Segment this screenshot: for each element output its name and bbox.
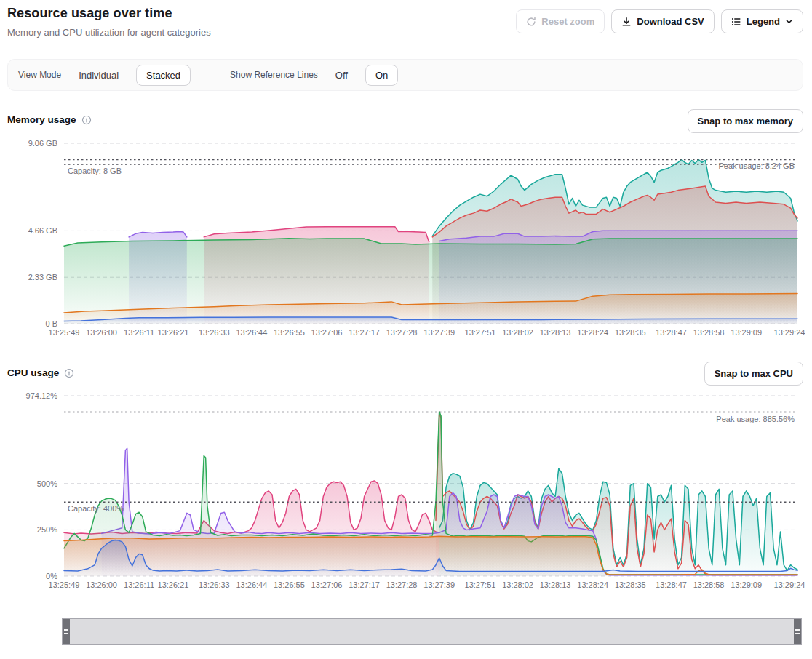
cpu-usage-chart[interactable]: 974.12%500%250%0%13:25:4913:26:0013:26:1… — [0, 389, 812, 594]
x-axis-tick-label: 13:28:58 — [693, 580, 725, 589]
brush-handle-right[interactable] — [794, 619, 801, 644]
download-csv-button[interactable]: Download CSV — [611, 9, 714, 33]
reference-lines-off[interactable]: Off — [328, 65, 355, 85]
x-axis-tick-label: 13:26:21 — [158, 328, 189, 337]
x-axis-tick-label: 13:29:09 — [731, 328, 762, 337]
time-range-brush[interactable] — [62, 618, 802, 645]
x-axis-tick-label: 13:28:47 — [656, 580, 687, 589]
reference-lines-on[interactable]: On — [365, 65, 398, 86]
x-axis-tick-label: 13:26:33 — [199, 328, 230, 337]
x-axis-tick-label: 13:28:24 — [577, 328, 608, 337]
y-axis-tick-label: 500% — [37, 479, 57, 488]
x-axis-tick-label: 13:27:28 — [386, 580, 418, 589]
x-axis-tick-label: 13:26:44 — [236, 328, 267, 337]
view-mode-stacked[interactable]: Stacked — [136, 65, 191, 86]
view-options-toolbar: View Mode Individual Stacked Show Refere… — [7, 59, 803, 91]
x-axis-tick-label: 13:29:09 — [731, 580, 762, 589]
y-axis-tick-label: 9.06 GB — [28, 139, 57, 148]
view-mode-label: View Mode — [18, 70, 61, 80]
chevron-down-icon — [785, 17, 793, 25]
page-subtitle: Memory and CPU utilization for agent cat… — [7, 27, 211, 38]
x-axis-tick-label: 13:26:55 — [274, 328, 305, 337]
memory-section-title: Memory usage — [7, 114, 76, 125]
x-axis-tick-label: 13:28:02 — [502, 328, 533, 337]
brush-grip — [64, 629, 68, 631]
memory-usage-chart[interactable]: 9.06 GB4.66 GB2.33 GB0 B13:25:4913:26:00… — [0, 137, 812, 342]
reference-line-label: Capacity: 8 GB — [68, 167, 122, 175]
x-axis-tick-label: 13:28:35 — [615, 328, 646, 337]
y-axis-tick-label: 250% — [37, 525, 57, 534]
info-icon[interactable] — [64, 368, 74, 378]
list-icon — [731, 17, 741, 27]
y-axis-tick-label: 0 B — [45, 319, 57, 328]
x-axis-tick-label: 13:28:58 — [693, 328, 725, 337]
x-axis-tick-label: 13:26:11 — [124, 328, 154, 337]
x-axis-tick-label: 13:29:24 — [774, 580, 805, 589]
x-axis-tick-label: 13:25:49 — [49, 328, 80, 337]
x-axis-tick-label: 13:26:00 — [86, 328, 117, 337]
snap-to-max-memory-button[interactable]: Snap to max memory — [688, 109, 804, 133]
x-axis-tick-label: 13:27:39 — [423, 328, 455, 337]
cpu-section-header: CPU usage — [7, 367, 74, 378]
x-axis-tick-label: 13:28:47 — [656, 328, 687, 337]
header-actions: Reset zoom Download CSV Legend — [516, 9, 803, 33]
memory-section-header: Memory usage — [7, 114, 92, 125]
x-axis-tick-label: 13:29:24 — [774, 328, 805, 337]
x-axis-tick-label: 13:26:44 — [236, 580, 267, 589]
x-axis-tick-label: 13:26:11 — [124, 580, 154, 589]
x-axis-tick-label: 13:26:21 — [158, 580, 189, 589]
x-axis-tick-label: 13:28:35 — [615, 580, 646, 589]
show-reference-lines-label: Show Reference Lines — [230, 70, 318, 80]
view-mode-individual[interactable]: Individual — [71, 65, 126, 85]
x-axis-tick-label: 13:27:39 — [423, 580, 455, 589]
page-title: Resource usage over time — [7, 6, 172, 21]
y-axis-tick-label: 974.12% — [26, 391, 58, 400]
brush-track[interactable] — [70, 619, 794, 644]
y-axis-tick-label: 2.33 GB — [28, 273, 57, 281]
x-axis-tick-label: 13:27:06 — [311, 580, 343, 589]
x-axis-tick-label: 13:27:17 — [349, 328, 380, 337]
reference-line-label: Peak usage: 8.24 GB — [718, 161, 795, 170]
x-axis-tick-label: 13:26:33 — [199, 580, 230, 589]
brush-grip — [795, 633, 800, 634]
x-axis-tick-label: 13:27:51 — [465, 328, 496, 337]
y-axis-tick-label: 0% — [46, 572, 57, 580]
x-axis-tick-label: 13:27:51 — [465, 580, 496, 589]
x-axis-tick-label: 13:27:06 — [311, 328, 343, 337]
info-icon[interactable] — [81, 115, 92, 125]
refresh-icon — [526, 17, 536, 27]
reference-line-label: Capacity: 400% — [68, 504, 124, 513]
x-axis-tick-label: 13:27:28 — [386, 328, 418, 337]
download-icon — [621, 17, 632, 27]
brush-grip — [64, 633, 68, 634]
legend-button[interactable]: Legend — [721, 9, 803, 33]
x-axis-tick-label: 13:28:13 — [540, 580, 571, 589]
y-axis-tick-label: 4.66 GB — [28, 226, 57, 235]
snap-to-max-cpu-button[interactable]: Snap to max CPU — [704, 362, 803, 386]
brush-grip — [795, 629, 800, 631]
x-axis-tick-label: 13:28:13 — [540, 328, 571, 337]
reset-zoom-button[interactable]: Reset zoom — [516, 9, 605, 33]
cpu-section-title: CPU usage — [7, 367, 59, 378]
x-axis-tick-label: 13:25:49 — [49, 580, 80, 589]
x-axis-tick-label: 13:28:02 — [502, 580, 533, 589]
x-axis-tick-label: 13:27:17 — [349, 580, 380, 589]
reference-line-label: Peak usage: 885.56% — [716, 415, 795, 423]
x-axis-tick-label: 13:28:24 — [577, 580, 608, 589]
x-axis-tick-label: 13:26:00 — [86, 580, 117, 589]
brush-handle-left[interactable] — [63, 619, 70, 644]
x-axis-tick-label: 13:26:55 — [274, 580, 305, 589]
